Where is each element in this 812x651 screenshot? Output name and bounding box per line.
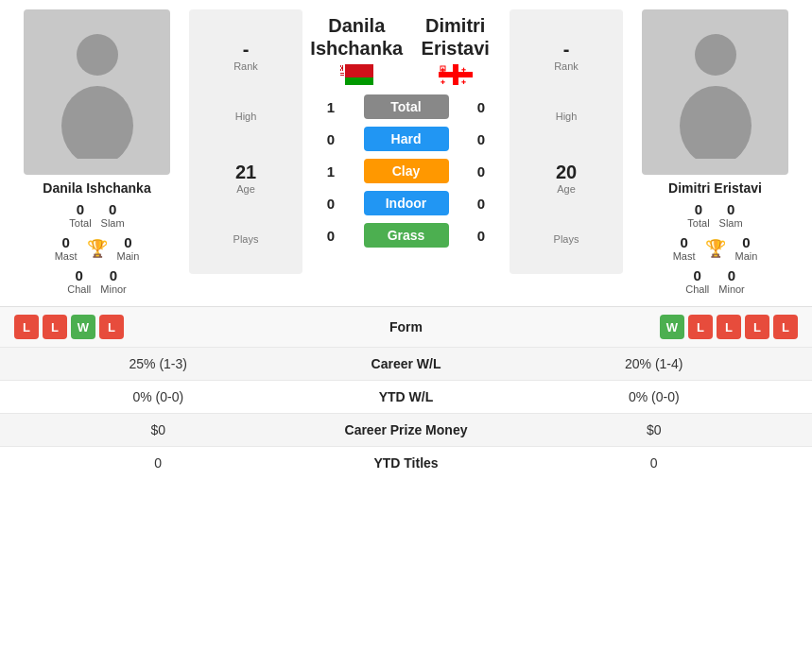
player2-mast-label: Mast <box>673 250 696 262</box>
svg-text:✚: ✚ <box>461 67 466 73</box>
surface-badge: Grass <box>364 223 449 248</box>
player1-age-label: Age <box>203 183 288 195</box>
player2-flag: ✚ ✚ ✚ ✚ <box>406 64 506 85</box>
player1-chall-value: 0 <box>67 267 91 283</box>
stats-row-label: Career Prize Money <box>302 422 510 437</box>
surface-score-left: 0 <box>317 228 345 244</box>
stats-row-right: 0 <box>510 455 799 471</box>
trophy-icon: 🏆 <box>87 238 108 259</box>
player2-total-value: 0 <box>687 201 709 217</box>
player1-rank-value: - <box>203 39 288 60</box>
player2-plays-item: Plays <box>524 233 609 245</box>
stats-row-label: Career W/L <box>302 356 510 371</box>
form-badge: L <box>43 315 67 339</box>
players-top-section: Danila Ishchanka 0 Total 0 Slam 0 Mast <box>0 0 812 295</box>
player2-form: WLLLL <box>441 315 798 339</box>
surface-score-right: 0 <box>467 163 495 180</box>
player2-stats-row3: 0 Chall 0 Minor <box>685 267 745 295</box>
player1-age-item: 21 Age <box>203 162 288 195</box>
stats-row: 0% (0-0) YTD W/L 0% (0-0) <box>0 380 812 413</box>
player1-high-label: High <box>203 111 288 122</box>
surface-score-left: 1 <box>317 99 345 115</box>
surface-rows: 1 Total 0 0 Hard 0 1 Clay 0 0 Indoor 0 0… <box>307 90 505 252</box>
player1-main-cell: 0 Main <box>117 234 140 262</box>
stats-row-left: 25% (1-3) <box>14 356 302 371</box>
svg-rect-8 <box>340 69 341 71</box>
stats-row-label: YTD Titles <box>302 455 510 471</box>
player1-slam-value: 0 <box>101 201 125 217</box>
svg-text:✚: ✚ <box>441 67 445 73</box>
player2-total-cell: 0 Total <box>687 201 709 229</box>
svg-point-23 <box>695 34 736 76</box>
player1-main-value: 0 <box>117 234 140 250</box>
surface-badge: Total <box>364 94 449 119</box>
player1-plays-item: Plays <box>203 233 288 245</box>
player1-total-label: Total <box>69 217 91 229</box>
player1-minor-label: Minor <box>100 283 127 295</box>
player1-rank-item: - Rank <box>203 39 288 72</box>
svg-point-24 <box>680 86 752 159</box>
stats-row: 25% (1-3) Career W/L 20% (1-4) <box>0 347 812 380</box>
form-badge: L <box>14 315 39 339</box>
surface-row: 0 Grass 0 <box>307 220 505 250</box>
player1-avatar <box>24 9 170 175</box>
svg-point-1 <box>61 86 133 159</box>
svg-text:✚: ✚ <box>441 79 445 85</box>
surface-score-left: 0 <box>317 131 345 147</box>
player1-mast-label: Mast <box>55 250 78 262</box>
player1-slam-label: Slam <box>101 217 125 229</box>
player1-main-label: Main <box>117 250 140 262</box>
player1-slam-cell: 0 Slam <box>101 201 125 229</box>
surface-row: 0 Hard 0 <box>307 124 505 154</box>
player1-total-value: 0 <box>69 201 91 217</box>
player2-age-label: Age <box>524 183 609 195</box>
player1-stats-row1: 0 Total 0 Slam <box>69 201 124 229</box>
player2-main-cell: 0 Main <box>735 234 758 262</box>
player2-big-name: Dimitri Eristavi <box>406 14 506 60</box>
player2-minor-label: Minor <box>718 283 745 295</box>
svg-rect-5 <box>340 65 341 67</box>
stats-row-left: 0 <box>14 455 302 471</box>
svg-rect-14 <box>439 72 473 77</box>
player1-trophy-cell: 🏆 <box>87 234 108 262</box>
player1-age-value: 21 <box>203 162 288 183</box>
player2-main-value: 0 <box>735 234 758 250</box>
stats-row-label: YTD W/L <box>302 389 510 404</box>
stats-row-right: 0% (0-0) <box>510 389 799 404</box>
player2-age-value: 20 <box>524 162 609 183</box>
form-badge: L <box>773 315 798 339</box>
svg-rect-11 <box>340 75 344 76</box>
names-flags-row: Danila Ishchanka <box>307 9 505 90</box>
form-badge: L <box>717 315 741 339</box>
player1-flag <box>307 64 406 85</box>
svg-rect-10 <box>340 73 344 74</box>
player2-chall-cell: 0 Chall <box>685 267 709 295</box>
form-badge: L <box>99 315 124 339</box>
surface-row: 1 Total 0 <box>307 92 505 122</box>
player2-mast-value: 0 <box>673 234 696 250</box>
bottom-stats-container: LLWL Form WLLLL 25% (1-3) Career W/L 20%… <box>0 306 812 479</box>
svg-text:✚: ✚ <box>461 79 466 85</box>
player2-rank-label: Rank <box>524 60 609 72</box>
player1-form: LLWL <box>14 315 371 339</box>
svg-point-0 <box>77 34 118 76</box>
surface-badge: Indoor <box>364 191 449 215</box>
player2-high-label: High <box>524 111 609 122</box>
player1-mast-value: 0 <box>55 234 78 250</box>
player2-minor-value: 0 <box>718 267 745 283</box>
stats-row-left: $0 <box>14 422 302 437</box>
player2-slam-label: Slam <box>719 217 743 229</box>
surface-score-right: 0 <box>467 131 495 147</box>
player1-name-block: Danila Ishchanka <box>307 14 406 85</box>
surface-row: 1 Clay 0 <box>307 156 505 186</box>
surface-badge: Clay <box>364 159 449 183</box>
player2-chall-value: 0 <box>685 267 709 283</box>
player2-minor-cell: 0 Minor <box>718 267 745 295</box>
player1-stats-card: - Rank High 21 Age Plays <box>189 9 302 274</box>
player2-mast-cell: 0 Mast <box>673 234 696 262</box>
form-badge: W <box>71 315 95 339</box>
player2-slam-cell: 0 Slam <box>719 201 743 229</box>
player1-rank-label: Rank <box>203 60 288 72</box>
player1-minor-value: 0 <box>100 267 127 283</box>
player2-rank-item: - Rank <box>524 39 609 72</box>
